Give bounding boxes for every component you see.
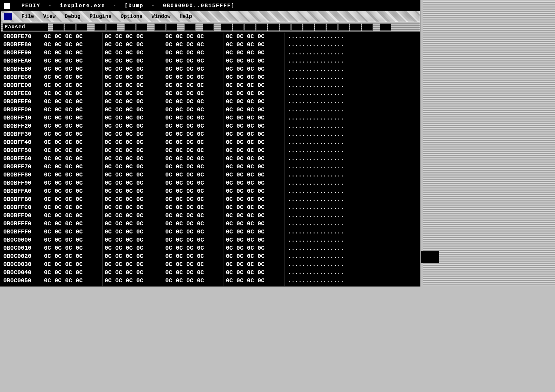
hex-ascii: ................ bbox=[284, 269, 372, 277]
hex-bytes-group: 0C 0C 0C 0C bbox=[42, 81, 102, 90]
menu-debug[interactable]: Debug bbox=[65, 14, 80, 20]
hex-bytes-group: 0C 0C 0C 0C bbox=[42, 114, 102, 122]
hex-row[interactable]: 0B0C00300C 0C 0C 0C0C 0C 0C 0C0C 0C 0C 0… bbox=[3, 260, 417, 269]
toolbar-button[interactable] bbox=[233, 23, 244, 31]
hex-bytes-group: 0C 0C 0C 0C bbox=[163, 285, 224, 286]
hex-row[interactable]: 0B0BFF300C 0C 0C 0C0C 0C 0C 0C0C 0C 0C 0… bbox=[3, 130, 417, 138]
hex-row[interactable]: 0B0BFF400C 0C 0C 0C0C 0C 0C 0C0C 0C 0C 0… bbox=[3, 138, 417, 147]
toolbar-button[interactable] bbox=[53, 23, 64, 31]
hex-row[interactable]: 0B0BFFE00C 0C 0C 0C0C 0C 0C 0C0C 0C 0C 0… bbox=[3, 220, 417, 228]
hex-bytes-group: 0C 0C 0C 0C bbox=[102, 106, 163, 114]
hex-bytes-group: 0C 0C 0C 0C bbox=[42, 122, 102, 130]
hex-row[interactable]: 0B0C00500C 0C 0C 0C0C 0C 0C 0C0C 0C 0C 0… bbox=[3, 277, 417, 285]
hex-row[interactable]: 0B0BFF100C 0C 0C 0C0C 0C 0C 0C0C 0C 0C 0… bbox=[3, 114, 417, 122]
hex-row[interactable]: 0B0BFEC00C 0C 0C 0C0C 0C 0C 0C0C 0C 0C 0… bbox=[3, 73, 417, 81]
hex-row[interactable]: 0B0BFFD00C 0C 0C 0C0C 0C 0C 0C0C 0C 0C 0… bbox=[3, 212, 417, 220]
hex-ascii: ................ bbox=[284, 33, 372, 41]
hex-bytes-group: 0C 0C 0C 0C bbox=[224, 147, 284, 155]
hex-row[interactable]: 0B0C00000C 0C 0C 0C0C 0C 0C 0C0C 0C 0C 0… bbox=[3, 236, 417, 244]
menu-file[interactable]: File bbox=[22, 14, 34, 20]
hex-row[interactable]: 0B0BFF900C 0C 0C 0C0C 0C 0C 0C0C 0C 0C 0… bbox=[3, 179, 417, 187]
hex-ascii: ................ bbox=[284, 106, 372, 114]
toolbar-button[interactable] bbox=[221, 23, 232, 31]
hex-address: 0B0BFED0 bbox=[3, 81, 42, 90]
toolbar-button[interactable] bbox=[256, 23, 267, 31]
hex-row[interactable]: 0B0C00200C 0C 0C 0C0C 0C 0C 0C0C 0C 0C 0… bbox=[3, 252, 417, 260]
hex-row[interactable]: 0B0BFF500C 0C 0C 0C0C 0C 0C 0C0C 0C 0C 0… bbox=[3, 147, 417, 155]
toolbar-button[interactable] bbox=[327, 23, 338, 31]
hex-row[interactable]: 0B0BFFC00C 0C 0C 0C0C 0C 0C 0C0C 0C 0C 0… bbox=[3, 203, 417, 212]
toolbar-button[interactable] bbox=[303, 23, 314, 31]
menu-view[interactable]: View bbox=[43, 14, 55, 20]
hex-row[interactable]: 0B0BFE900C 0C 0C 0C0C 0C 0C 0C0C 0C 0C 0… bbox=[3, 49, 417, 57]
hex-row[interactable]: 0B0BFE700C 0C 0C 0C0C 0C 0C 0C0C 0C 0C 0… bbox=[3, 33, 417, 41]
menu-help[interactable]: Help bbox=[180, 14, 192, 20]
hex-bytes-group: 0C 0C 0C 0C bbox=[163, 195, 224, 203]
toolbar-button[interactable] bbox=[362, 23, 373, 31]
toolbar-button[interactable] bbox=[244, 23, 256, 31]
hex-row[interactable]: 0B0BFF600C 0C 0C 0C0C 0C 0C 0C0C 0C 0C 0… bbox=[3, 155, 417, 163]
hex-dump-panel[interactable]: 0B0BFE700C 0C 0C 0C0C 0C 0C 0C0C 0C 0C 0… bbox=[1, 32, 420, 286]
hex-row[interactable]: 0B0BFF200C 0C 0C 0C0C 0C 0C 0C0C 0C 0C 0… bbox=[3, 122, 417, 130]
hex-bytes-group: 0C 0C 0C 0C bbox=[42, 244, 102, 252]
hex-row[interactable]: 0B0BFEF00C 0C 0C 0C0C 0C 0C 0C0C 0C 0C 0… bbox=[3, 98, 417, 106]
toolbar-button[interactable] bbox=[291, 23, 302, 31]
toolbar-button[interactable] bbox=[268, 23, 279, 31]
toolbar-button[interactable] bbox=[95, 23, 106, 31]
hex-bytes-group: 0C 0C 0C 0C bbox=[163, 106, 224, 114]
hex-row[interactable]: 0B0BFEA00C 0C 0C 0C0C 0C 0C 0C0C 0C 0C 0… bbox=[3, 57, 417, 65]
hex-bytes-group: 0C 0C 0C 0C bbox=[42, 163, 102, 171]
toolbar-button[interactable] bbox=[280, 23, 291, 31]
toolbar-button[interactable] bbox=[338, 23, 349, 31]
hex-row[interactable]: 0B0C00100C 0C 0C 0C0C 0C 0C 0C0C 0C 0C 0… bbox=[3, 244, 417, 252]
menu-options[interactable]: Options bbox=[121, 14, 142, 20]
hex-row[interactable]: 0B0BFFA00C 0C 0C 0C0C 0C 0C 0C0C 0C 0C 0… bbox=[3, 187, 417, 195]
hex-ascii: ................ bbox=[284, 155, 372, 163]
hex-bytes-group: 0C 0C 0C 0C bbox=[102, 179, 163, 187]
hex-row[interactable]: 0B0BFEB00C 0C 0C 0C0C 0C 0C 0C0C 0C 0C 0… bbox=[3, 65, 417, 73]
toolbar-button[interactable] bbox=[76, 23, 87, 31]
title-range: 0B060000..0B15FFFF] bbox=[163, 3, 235, 9]
hex-row[interactable]: 0B0BFED00C 0C 0C 0C0C 0C 0C 0C0C 0C 0C 0… bbox=[3, 81, 417, 90]
hex-bytes-group: 0C 0C 0C 0C bbox=[42, 65, 102, 73]
hex-bytes-group: 0C 0C 0C 0C bbox=[102, 73, 163, 81]
title-bar[interactable]: PEDIY - iexplore.exe - [Dump - 0B060000.… bbox=[1, 1, 420, 11]
toolbar-button[interactable] bbox=[166, 23, 177, 31]
hex-bytes-group: 0C 0C 0C 0C bbox=[224, 138, 284, 147]
hex-address: 0B0C0050 bbox=[3, 277, 42, 285]
toolbar-button[interactable] bbox=[124, 23, 136, 31]
hex-bytes-group: 0C 0C 0C 0C bbox=[102, 212, 163, 220]
toolbar-button[interactable] bbox=[65, 23, 76, 31]
menu-window[interactable]: Window bbox=[152, 14, 170, 20]
toolbar-button[interactable] bbox=[380, 23, 391, 31]
toolbar-button[interactable] bbox=[350, 23, 361, 31]
hex-row[interactable]: 0B0BFFF00C 0C 0C 0C0C 0C 0C 0C0C 0C 0C 0… bbox=[3, 228, 417, 236]
toolbar-button[interactable] bbox=[154, 23, 166, 31]
hex-ascii: ................ bbox=[284, 41, 372, 49]
menu-plugins[interactable]: Plugins bbox=[90, 14, 111, 20]
toolbar-button[interactable] bbox=[106, 23, 117, 31]
hex-bytes-group: 0C 0C 0C 0C bbox=[42, 220, 102, 228]
hex-row[interactable]: 0B0BFF000C 0C 0C 0C0C 0C 0C 0C0C 0C 0C 0… bbox=[3, 106, 417, 114]
hex-row[interactable]: 0B0C00400C 0C 0C 0C0C 0C 0C 0C0C 0C 0C 0… bbox=[3, 269, 417, 277]
hex-address: 0B0BFEB0 bbox=[3, 65, 42, 73]
toolbar-button[interactable] bbox=[315, 23, 326, 31]
hex-ascii: ................ bbox=[284, 228, 372, 236]
hex-bytes-group: 0C 0C 0C 0C bbox=[102, 122, 163, 130]
hex-row[interactable]: 0B0BFF800C 0C 0C 0C0C 0C 0C 0C0C 0C 0C 0… bbox=[3, 171, 417, 179]
hex-bytes-group: 0C 0C 0C 0C bbox=[224, 65, 284, 73]
hex-row[interactable]: 0B0BFE800C 0C 0C 0C0C 0C 0C 0C0C 0C 0C 0… bbox=[3, 41, 417, 49]
hex-row[interactable]: 0B0BFFB00C 0C 0C 0C0C 0C 0C 0C0C 0C 0C 0… bbox=[3, 195, 417, 203]
system-menu-icon[interactable] bbox=[3, 13, 12, 20]
toolbar-button[interactable] bbox=[184, 23, 196, 31]
hex-bytes-group: 0C 0C 0C 0C bbox=[102, 236, 163, 244]
hex-row[interactable]: 0B0BFF700C 0C 0C 0C0C 0C 0C 0C0C 0C 0C 0… bbox=[3, 163, 417, 171]
toolbar-button[interactable] bbox=[136, 23, 147, 31]
hex-row[interactable]: 0B0C00600C 0C 0C 0C0C 0C 0C 0C0C 0C 0C 0… bbox=[3, 285, 417, 286]
hex-bytes-group: 0C 0C 0C 0C bbox=[224, 187, 284, 195]
scrollbar-thumb[interactable] bbox=[421, 251, 439, 263]
hex-bytes-group: 0C 0C 0C 0C bbox=[163, 260, 224, 269]
hex-ascii: ................ bbox=[284, 65, 372, 73]
toolbar-button[interactable] bbox=[203, 23, 214, 31]
hex-row[interactable]: 0B0BFEE00C 0C 0C 0C0C 0C 0C 0C0C 0C 0C 0… bbox=[3, 90, 417, 98]
